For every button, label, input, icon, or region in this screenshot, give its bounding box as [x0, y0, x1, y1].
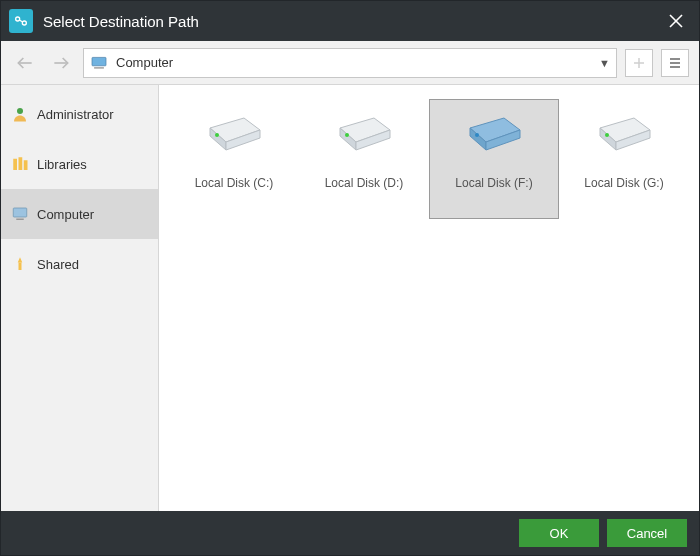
new-folder-button[interactable] [625, 49, 653, 77]
app-glyph-icon [13, 13, 29, 29]
sidebar-item-computer[interactable]: Computer [1, 189, 158, 239]
user-icon [11, 105, 29, 123]
shared-icon [11, 255, 29, 273]
libraries-icon [11, 155, 29, 173]
nav-forward-button[interactable] [47, 49, 75, 77]
nav-back-button[interactable] [11, 49, 39, 77]
close-icon [669, 14, 683, 28]
svg-point-32 [475, 133, 479, 137]
drive-item-c[interactable]: Local Disk (C:) [169, 99, 299, 219]
svg-point-36 [605, 133, 609, 137]
path-label: Computer [116, 55, 173, 70]
computer-icon [11, 205, 29, 223]
drive-label: Local Disk (G:) [584, 176, 663, 190]
svg-point-14 [17, 108, 23, 114]
cancel-button[interactable]: Cancel [607, 519, 687, 547]
disk-icon [204, 110, 264, 158]
sidebar-item-administrator[interactable]: Administrator [1, 89, 158, 139]
close-button[interactable] [653, 1, 699, 41]
svg-rect-15 [13, 159, 17, 170]
sidebar-item-label: Shared [37, 257, 79, 272]
drive-label: Local Disk (C:) [195, 176, 274, 190]
svg-rect-8 [94, 67, 104, 68]
select-destination-window: Select Destination Path [0, 0, 700, 556]
svg-point-0 [16, 17, 20, 21]
disk-icon [334, 110, 394, 158]
drive-item-g[interactable]: Local Disk (G:) [559, 99, 689, 219]
sidebar-item-libraries[interactable]: Libraries [1, 139, 158, 189]
path-dropdown-icon[interactable]: ▼ [599, 57, 610, 69]
arrow-right-icon [51, 53, 71, 73]
svg-rect-18 [13, 208, 27, 217]
view-list-button[interactable] [661, 49, 689, 77]
sidebar: Administrator Libraries [1, 85, 159, 511]
svg-line-2 [19, 20, 22, 22]
window-title: Select Destination Path [43, 13, 199, 30]
plus-icon [632, 56, 646, 70]
svg-rect-7 [92, 57, 106, 65]
content-area: Local Disk (C:) Local Disk (D:) [159, 85, 699, 511]
sidebar-item-shared[interactable]: Shared [1, 239, 158, 289]
path-box[interactable]: Computer ▼ [83, 48, 617, 78]
drive-label: Local Disk (F:) [455, 176, 532, 190]
drive-label: Local Disk (D:) [325, 176, 404, 190]
sidebar-item-label: Computer [37, 207, 94, 222]
svg-point-24 [215, 133, 219, 137]
app-icon [9, 9, 33, 33]
svg-point-28 [345, 133, 349, 137]
svg-rect-16 [19, 157, 23, 170]
drive-item-d[interactable]: Local Disk (D:) [299, 99, 429, 219]
list-view-icon [668, 56, 682, 70]
svg-rect-20 [19, 263, 22, 271]
arrow-left-icon [15, 53, 35, 73]
titlebar: Select Destination Path [1, 1, 699, 41]
svg-rect-17 [24, 160, 28, 170]
computer-icon [90, 56, 108, 70]
svg-rect-19 [16, 219, 24, 221]
ok-button[interactable]: OK [519, 519, 599, 547]
main-area: Administrator Libraries [1, 85, 699, 511]
drive-item-f[interactable]: Local Disk (F:) [429, 99, 559, 219]
disk-icon [594, 110, 654, 158]
sidebar-item-label: Administrator [37, 107, 114, 122]
sidebar-item-label: Libraries [37, 157, 87, 172]
footer: OK Cancel [1, 511, 699, 555]
svg-point-1 [22, 21, 26, 25]
disk-icon [464, 110, 524, 158]
toolbar: Computer ▼ [1, 41, 699, 85]
